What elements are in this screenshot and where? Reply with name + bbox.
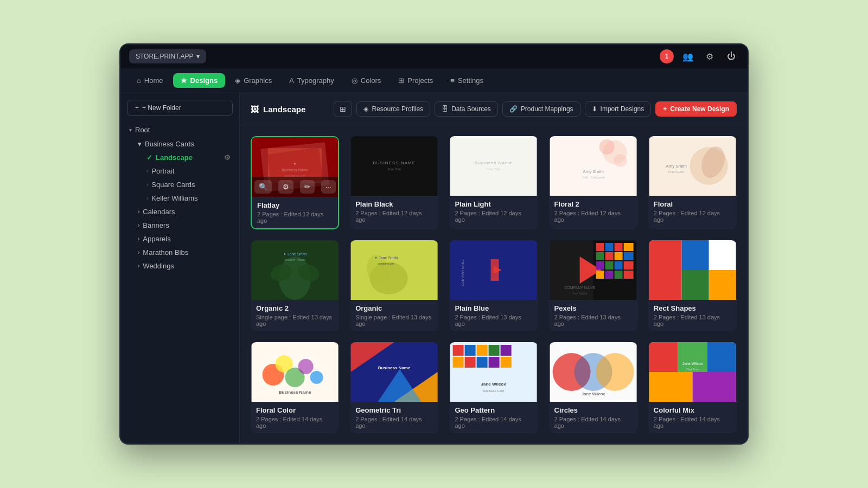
card-pexels-edit[interactable]: ✏ [598,283,612,297]
svg-rect-61 [681,240,709,270]
settings-icon-button[interactable]: ⚙ [702,49,717,64]
card-organic-search[interactable]: 🔍 [375,283,392,297]
card-edit-button[interactable]: ✏ [300,180,315,194]
design-meta-organic2: Single page : Edited 13 days ago [256,314,334,327]
sidebar-item-root[interactable]: ▾ Root [125,123,235,137]
sidebar-item-business-cards[interactable]: ▾ Business Cards [133,137,235,151]
design-card-floral-color[interactable]: Business Name Floral Color 2 Pages : Edi… [251,342,339,433]
new-folder-button[interactable]: + + New Folder [127,100,233,116]
card-pb-edit[interactable]: ✏ [399,179,414,192]
sidebar-item-calendars[interactable]: › Calendars [133,205,235,219]
card-f2-search[interactable]: 🔍 [552,179,570,192]
sidebar-sub-root: ▾ Business Cards ✓ Landscape ⚙ › Portrai… [133,137,235,273]
design-card-circles[interactable]: Jane Wilcox Circles 2 Pages : Edited 14 … [549,342,637,433]
sidebar-item-apparels[interactable]: › Apparels [133,232,235,246]
design-card-geo-tri[interactable]: Business Name Geometric Tri 2 Pages : Ed… [350,342,438,433]
svg-text:Amy Smith: Amy Smith [666,164,687,169]
card-f2-settings[interactable]: ⚙ [576,179,591,192]
nav-settings[interactable]: ≡ Settings [443,73,491,88]
design-card-pexels[interactable]: COMPANY NAME Your Tagline 🔍 ✏ Pexels 2 P… [549,240,637,331]
svg-point-14 [599,139,614,155]
nav-projects-label: Projects [407,76,433,85]
content-actions: ⊞ ◈ Resource Profiles 🗄 Data Sources 🔗 P… [334,101,737,117]
card-o2-search[interactable]: 🔍 [276,283,293,297]
product-mappings-button[interactable]: 🔗 Product Mappings [502,101,580,117]
sidebar-item-banners[interactable]: › Banners [133,219,235,232]
design-card-floral[interactable]: Amy Smith Chief Exec. 🔍 ⚙ ✏ ··· Floral 2… [648,136,737,229]
store-button[interactable]: STORE.PRINT.APP ▾ [129,49,206,63]
design-meta-geo-pattern: 2 Pages : Edited 14 days ago [455,416,532,429]
design-name-pexels: Pexels [554,304,632,312]
sidebar-item-landscape[interactable]: ✓ Landscape ⚙ [142,151,235,164]
sidebar-item-marathon-bibs[interactable]: › Marathon Bibs [133,246,235,259]
svg-text:Business Name: Business Name [279,390,311,395]
import-designs-button[interactable]: ⬇ Import Designs [585,101,652,117]
design-card-floral2[interactable]: Amy Smith Title · Company 🔍 ⚙ ✏ ··· Flor… [549,136,637,229]
sidebar-calendars-label: Calendars [143,208,175,216]
design-meta-geo-tri: 2 Pages : Edited 14 days ago [355,416,433,429]
data-sources-button[interactable]: 🗄 Data Sources [435,101,498,117]
notification-button[interactable]: 1 [660,49,674,63]
design-card-rect[interactable]: Jane Wilcox Chief Exec. 🔍 ✏ Rect Shapes … [648,240,737,331]
card-f2-edit[interactable]: ✏ [598,179,612,192]
design-name-floral-color: Floral Color [256,406,334,414]
nav-home[interactable]: ⌂ Home [129,73,171,88]
svg-rect-85 [465,357,476,368]
card-pexels-search[interactable]: 🔍 [574,283,591,297]
nav-projects[interactable]: ⊞ Projects [391,73,441,88]
design-card-organic2[interactable]: ✦ Jane Smith Designer · Studio 🔍 ✏ Organ… [251,240,339,331]
card-floral-more[interactable]: ··· [718,179,733,192]
card-pl-more[interactable]: ··· [520,179,534,192]
card-floral-settings[interactable]: ⚙ [675,179,691,192]
design-thumb-floral-color: Business Name [251,342,339,402]
design-card-flatlay[interactable]: ✦ Business Name www.domain.com 🔍 ⚙ ✏ ··· [251,136,339,229]
nav-designs[interactable]: ★ Designs [173,73,226,88]
design-card-plain-blue[interactable]: COMPANY NAME 🔍 ✏ Plain Blue 2 Pages : Ed… [449,240,538,331]
card-pl-edit[interactable]: ✏ [499,179,513,192]
design-card-colorful-mix[interactable]: Jane Wilcox Chief Exec. Colorful Mix 2 P… [648,342,737,433]
card-floral-edit[interactable]: ✏ [697,179,712,192]
design-card-geo-pattern[interactable]: Jane Wilcox Business Card Geo Pattern 2 … [449,342,538,433]
card-more-button[interactable]: ··· [321,180,336,194]
card-search-button[interactable]: 🔍 [254,180,272,194]
nav-colors[interactable]: ◎ Colors [344,73,389,88]
design-card-plain-light[interactable]: Business Name Your Title 🔍 ⚙ ✏ ··· Plain… [449,136,538,229]
sidebar-item-keller-williams[interactable]: › Keller Williams [142,191,235,205]
svg-point-71 [310,371,323,384]
card-blue-edit[interactable]: ✏ [498,283,513,297]
design-card-organic[interactable]: ✦ Jane Smith company.com 🔍 ✏ Organic Sin… [350,240,438,331]
design-name-geo-pattern: Geo Pattern [455,406,532,414]
design-meta-pexels: 2 Pages : Edited 13 days ago [554,314,632,327]
card-pl-settings[interactable]: ⚙ [477,179,492,192]
card-organic-edit[interactable]: ✏ [399,283,413,297]
nav-typography[interactable]: A Typography [282,73,342,88]
card-settings-button[interactable]: ⚙ [278,180,293,194]
sidebar-item-square-cards[interactable]: › Square Cards [142,178,235,191]
card-blue-search[interactable]: 🔍 [474,283,492,297]
power-icon-button[interactable]: ⏻ [724,49,739,64]
card-pb-settings[interactable]: ⚙ [378,179,393,192]
resource-profiles-button[interactable]: ◈ Resource Profiles [356,101,430,117]
sidebar-root-label: Root [135,126,150,134]
design-card-plain-black[interactable]: BUSINESS NAME Your Title 🔍 ⚙ ✏ ··· Plain… [350,136,438,229]
business-cards-chevron-icon: ▾ [138,140,142,148]
card-floral-search[interactable]: 🔍 [652,179,669,192]
design-thumb-geo-tri: Business Name [350,342,438,402]
card-rect-edit[interactable]: ✏ [697,283,712,297]
sidebar-item-weddings[interactable]: › Weddings [133,259,235,273]
users-icon-button[interactable]: 👥 [680,49,695,64]
card-f2-more[interactable]: ··· [619,179,634,192]
nav-graphics[interactable]: ◈ Graphics [227,73,279,88]
svg-rect-52 [623,261,633,269]
square-cards-chevron-icon: › [146,182,148,188]
create-new-design-button[interactable]: + Create New Design [655,101,737,117]
card-pb-more[interactable]: ··· [420,179,435,192]
landscape-gear-icon[interactable]: ⚙ [224,153,231,162]
card-pb-search[interactable]: 🔍 [354,179,371,192]
sidebar-item-portrait[interactable]: › Portrait [142,164,235,178]
layout-toggle-button[interactable]: ⊞ [334,101,352,117]
card-o2-edit[interactable]: ✏ [299,283,314,297]
card-rect-search[interactable]: 🔍 [673,283,691,297]
landscape-folder-icon: 🖼 [251,105,259,114]
card-pl-search[interactable]: 🔍 [453,179,470,192]
